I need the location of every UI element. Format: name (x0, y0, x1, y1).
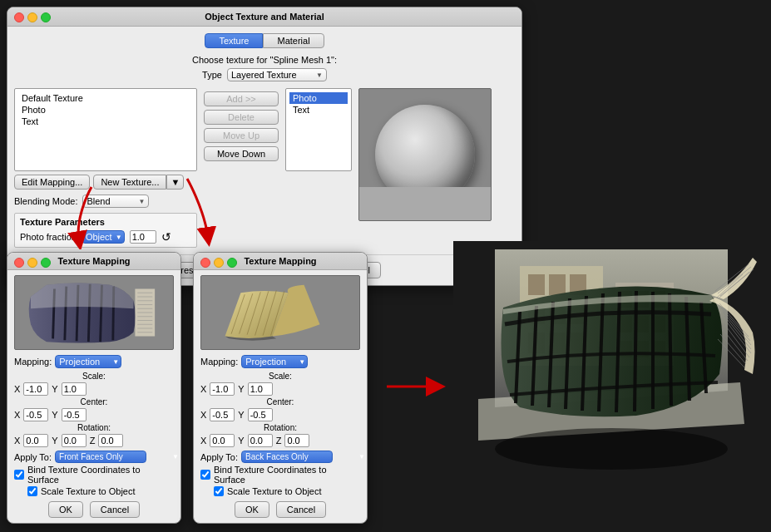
list-item-default[interactable]: Default Texture (18, 92, 193, 104)
y-label-1: Y (52, 384, 57, 394)
svg-line-57 (670, 293, 671, 406)
scale-y-2[interactable] (248, 382, 273, 396)
scale-x-1[interactable] (23, 382, 48, 396)
apply-value-1: Front Faces Only (59, 452, 123, 461)
mapping-preview-2 (200, 275, 360, 350)
move-down-button[interactable]: Move Down (204, 146, 279, 161)
y-label-5: Y (238, 410, 244, 420)
texture-list-left[interactable]: Default Texture Photo Text (14, 88, 197, 171)
center-row-1: X Y (14, 408, 174, 421)
choose-label: Choose texture for "Spline Mesh 1": (14, 55, 515, 65)
preview-panel (358, 88, 515, 248)
mapping-dialog-1-title-text: Texture Mapping (57, 256, 130, 266)
main-dialog-titlebar: Object Texture and Material (7, 7, 521, 27)
traffic-lights-2 (14, 258, 51, 268)
y-label-4: Y (238, 384, 244, 394)
y-label-6: Y (238, 436, 244, 446)
list-item-text[interactable]: Text (18, 116, 193, 127)
maximize-button-3[interactable] (227, 258, 237, 268)
center-x-1[interactable] (23, 408, 48, 421)
type-row: Type Layered Texture ▼ (14, 68, 515, 81)
svg-rect-28 (528, 274, 545, 295)
scale-y-1[interactable] (62, 382, 86, 396)
apply-value-2: Back Faces Only (245, 452, 309, 461)
rot-x-2[interactable] (210, 434, 235, 447)
ok-button-1[interactable]: OK (48, 501, 83, 518)
rot-y-1[interactable] (62, 434, 86, 447)
minimize-button-3[interactable] (214, 258, 224, 268)
apply-select-1[interactable]: Front Faces Only ▼ (55, 451, 146, 463)
mapping-select-1[interactable]: Projection ▼ (55, 355, 121, 368)
add-button[interactable]: Add >> (204, 91, 279, 106)
tab-material[interactable]: Material (263, 33, 324, 48)
mapping-preview-svg-2 (201, 275, 359, 350)
scale-check-label-2: Scale Texture to Object (227, 486, 322, 496)
tab-texture[interactable]: Texture (205, 33, 263, 48)
red-arrow-1 (67, 183, 116, 249)
bind-checkbox-1[interactable] (14, 470, 24, 480)
close-button-2[interactable] (14, 258, 24, 268)
render-result-panel (453, 241, 765, 528)
scale-row-2: X Y (200, 382, 360, 396)
scale-row-1: X Y (14, 382, 174, 396)
scale-x-2[interactable] (210, 382, 235, 396)
delete-button[interactable]: Delete (204, 110, 279, 125)
list-item-photo[interactable]: Photo (18, 104, 193, 116)
center-y-2[interactable] (248, 408, 273, 421)
scale-check-row-1: Scale Texture to Object (14, 486, 174, 496)
photo-fraction-input[interactable] (130, 230, 156, 244)
chevron-down-icon-6: ▼ (299, 358, 305, 366)
cancel-button-2[interactable]: Cancel (276, 501, 326, 518)
close-button[interactable] (14, 12, 24, 22)
bind-label-1: Bind Texture Coordinates to Surface (27, 465, 174, 485)
red-arrow-2 (179, 175, 229, 249)
center-label-1: Center: (14, 397, 174, 406)
apply-row-1: Apply To: Front Faces Only ▼ (14, 451, 174, 463)
rot-y-2[interactable] (248, 434, 273, 447)
right-item-text[interactable]: Text (289, 104, 348, 116)
rot-z-2[interactable] (284, 434, 309, 447)
bind-checkbox-2[interactable] (200, 470, 210, 480)
center-x-2[interactable] (210, 408, 235, 421)
center-y-1[interactable] (62, 408, 86, 421)
refresh-icon: ↺ (161, 230, 171, 244)
mapping-label-1: Mapping: (14, 357, 52, 367)
mapping-row-1: Mapping: Projection ▼ (14, 355, 174, 368)
maximize-button[interactable] (41, 12, 51, 22)
right-item-photo[interactable]: Photo (289, 92, 348, 104)
render-result-svg (453, 241, 765, 528)
type-label: Type (202, 70, 222, 80)
rotation-label-2: Rotation: (200, 423, 360, 432)
mapping-dialog-2-content: Mapping: Projection ▼ Scale: X Y Center:… (194, 270, 367, 523)
scale-checkbox-2[interactable] (214, 486, 224, 496)
cancel-button-1[interactable]: Cancel (90, 501, 140, 518)
main-dialog-title: Object Texture and Material (205, 12, 324, 22)
dialog-btns-1: OK Cancel (14, 501, 174, 518)
y-label-3: Y (52, 436, 57, 446)
scale-checkbox-1[interactable] (27, 486, 37, 496)
minimize-button[interactable] (27, 12, 37, 22)
minimize-button-2[interactable] (27, 258, 37, 268)
texture-list-right[interactable]: Photo Text (285, 88, 352, 171)
svg-point-74 (495, 428, 728, 470)
z-label-1: Z (90, 436, 96, 446)
bind-check-row-2: Bind Texture Coordinates to Surface (200, 465, 360, 485)
type-select[interactable]: Layered Texture ▼ (227, 68, 327, 81)
apply-select-2[interactable]: Back Faces Only ▼ (241, 451, 333, 463)
sphere-background (359, 187, 491, 220)
traffic-lights (14, 12, 51, 22)
rot-x-1[interactable] (23, 434, 48, 447)
mapping-label-2: Mapping: (200, 357, 238, 367)
mapping-dialog-1: Texture Mapping (7, 252, 181, 524)
chevron-down-icon-2: ▼ (139, 198, 146, 205)
move-up-button[interactable]: Move Up (204, 128, 279, 143)
scale-check-row-2: Scale Texture to Object (200, 486, 360, 496)
apply-label-1: Apply To: (14, 452, 52, 462)
bind-label-2: Bind Texture Coordinates to Surface (214, 465, 360, 485)
rot-z-1[interactable] (98, 434, 123, 447)
mapping-select-2[interactable]: Projection ▼ (241, 355, 308, 368)
close-button-3[interactable] (200, 258, 210, 268)
ok-button-2[interactable]: OK (235, 501, 269, 518)
maximize-button-2[interactable] (41, 258, 51, 268)
x-label-3: X (14, 436, 20, 446)
